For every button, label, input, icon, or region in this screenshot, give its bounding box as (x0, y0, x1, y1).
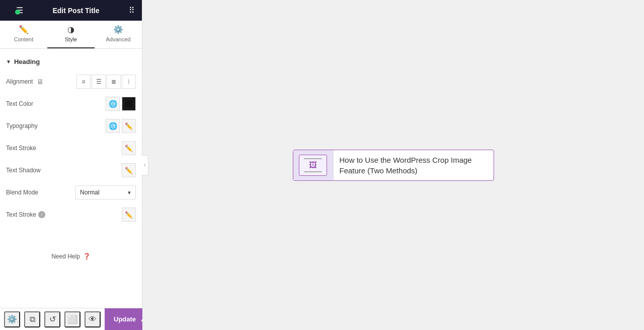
text-stroke-label: Text Stroke (6, 145, 36, 152)
tab-content[interactable]: ✏️ Content (0, 21, 47, 48)
blend-mode-select[interactable]: Normal Multiply Screen Overlay Darken Li… (75, 185, 136, 200)
bottom-toolbar: ⚙️ ⧉ ↺ ⬜ 👁 Update ▲ (0, 308, 142, 330)
text-stroke2-edit-button[interactable]: ✏️ (122, 208, 136, 222)
blend-mode-select-wrapper: Normal Multiply Screen Overlay Darken Li… (75, 185, 136, 200)
image-placeholder-icon: 🖼 (309, 161, 317, 170)
need-help-label: Need Help (51, 253, 80, 260)
sidebar-header: ☰ Edit Post Title ⠿ (0, 0, 142, 21)
text-color-label: Text Color (6, 100, 33, 107)
chevron-left-icon: ‹ (144, 162, 145, 168)
need-help-link[interactable]: Need Help ❓ (4, 245, 138, 268)
panel-title: Edit Post Title (52, 7, 99, 15)
collapse-sidebar-button[interactable]: ‹ (142, 155, 148, 175)
need-help-area: Need Help ❓ (4, 245, 138, 268)
heading-section-toggle[interactable]: ▼ Heading (4, 55, 138, 72)
text-color-actions: 🌐 (106, 97, 136, 111)
text-shadow-edit-button[interactable]: ✏️ (122, 163, 136, 177)
text-shadow-actions: ✏️ (122, 163, 136, 177)
text-stroke-edit-button[interactable]: ✏️ (122, 141, 136, 155)
sidebar-content: ▼ Heading Alignment 🖥 ≡ ☰ ≣ ⁝ Text Color… (0, 49, 142, 308)
align-right-button[interactable]: ≣ (107, 75, 121, 89)
typography-label: Typography (6, 122, 38, 129)
sidebar: ☰ Edit Post Title ⠿ ✏️ Content ◑ Style ⚙… (0, 0, 142, 330)
info-icon: i (38, 211, 45, 218)
text-stroke-actions: ✏️ (122, 141, 136, 155)
main-canvas: 🖼 How to Use the WordPress Crop Image Fe… (142, 0, 644, 330)
post-thumbnail: 🖼 (293, 150, 334, 180)
bottom-icons-group: ⚙️ ⧉ ↺ ⬜ 👁 (0, 311, 105, 327)
post-title-widget: 🖼 How to Use the WordPress Crop Image Fe… (293, 150, 494, 181)
text-color-control: Text Color 🌐 (4, 94, 138, 114)
align-left-button[interactable]: ≡ (76, 75, 91, 89)
alignment-label: Alignment 🖥 (6, 78, 44, 86)
tabs-container: ✏️ Content ◑ Style ⚙️ Advanced (0, 21, 142, 49)
text-stroke2-control: Text Stroke i ✏️ (4, 205, 138, 225)
content-tab-icon: ✏️ (19, 25, 29, 34)
text-stroke2-actions: ✏️ (122, 208, 136, 222)
align-justify-button[interactable]: ⁝ (122, 75, 136, 89)
tab-style[interactable]: ◑ Style (47, 21, 95, 48)
typography-edit-button[interactable]: ✏️ (122, 119, 136, 133)
chevron-down-icon: ▼ (6, 59, 11, 64)
layers-button[interactable]: ⧉ (24, 311, 40, 327)
blend-mode-control: Blend Mode Normal Multiply Screen Overla… (4, 182, 138, 203)
thumb-line-1 (304, 158, 323, 159)
dots-menu-icon[interactable]: ⠿ (129, 6, 135, 15)
green-dot (15, 10, 20, 15)
advanced-tab-icon: ⚙️ (113, 25, 123, 34)
section-heading-label: Heading (14, 58, 40, 65)
responsive-button[interactable]: ⬜ (64, 311, 80, 327)
thumb-line-2 (304, 171, 323, 172)
blend-mode-label: Blend Mode (6, 189, 38, 196)
responsive-icon: 🖥 (37, 78, 44, 86)
text-stroke-control: Text Stroke ✏️ (4, 138, 138, 158)
preview-button[interactable]: 👁 (85, 311, 101, 327)
text-color-picker-button[interactable] (122, 97, 136, 111)
typography-control: Typography 🌐 ✏️ (4, 116, 138, 136)
thumbnail-preview: 🖼 (299, 155, 327, 176)
style-tab-icon: ◑ (67, 25, 74, 34)
tab-advanced[interactable]: ⚙️ Advanced (95, 21, 142, 48)
text-stroke2-label: Text Stroke i (6, 211, 45, 218)
alignment-control: Alignment 🖥 ≡ ☰ ≣ ⁝ (4, 72, 138, 92)
color-swatch-icon (125, 100, 132, 107)
typography-global-button[interactable]: 🌐 (106, 119, 120, 133)
post-title-text: How to Use the WordPress Crop Image Feat… (334, 151, 494, 180)
settings-button[interactable]: ⚙️ (4, 311, 20, 327)
help-circle-icon: ❓ (83, 253, 91, 260)
text-shadow-control: Text Shadow ✏️ (4, 160, 138, 180)
typography-actions: 🌐 ✏️ (106, 119, 136, 133)
align-center-button[interactable]: ☰ (92, 75, 106, 89)
history-button[interactable]: ↺ (44, 311, 60, 327)
text-color-global-button[interactable]: 🌐 (106, 97, 120, 111)
text-shadow-label: Text Shadow (6, 167, 41, 174)
alignment-group: ≡ ☰ ≣ ⁝ (76, 75, 136, 89)
